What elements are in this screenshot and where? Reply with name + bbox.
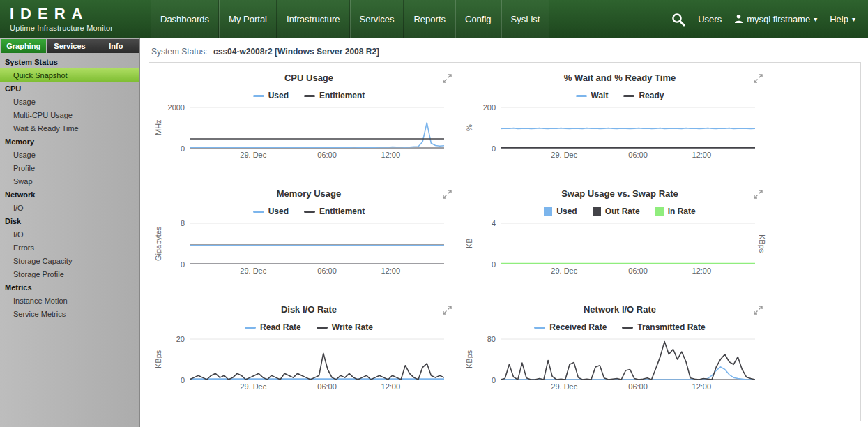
y-tick-label: 200 — [483, 103, 496, 112]
network-io-plot[interactable] — [501, 338, 755, 380]
chart-legend: Read RateWrite Rate — [153, 322, 464, 333]
sidebar-item-errors[interactable]: Errors — [0, 241, 139, 254]
legend-label: Used — [268, 91, 289, 100]
right-y-axis-title: KBps — [757, 223, 767, 264]
legend-item-ready[interactable]: Ready — [623, 91, 664, 100]
nav-item-reports[interactable]: Reports — [404, 0, 455, 38]
sidebar-item-storage-profile[interactable]: Storage Profile — [0, 267, 139, 280]
sidebar-item-swap[interactable]: Swap — [0, 174, 139, 188]
sidebar-item-usage[interactable]: Usage — [0, 148, 139, 161]
plot-block: MHz 2000 0 29. Dec06:0012:00 — [153, 107, 464, 160]
legend-item-in-rate[interactable]: In Rate — [655, 207, 696, 216]
chart-legend: UsedOut RateIn Rate — [464, 206, 775, 217]
expand-icon[interactable] — [754, 306, 763, 315]
legend-item-used[interactable]: Used — [544, 207, 577, 216]
sidebar-item-profile[interactable]: Profile — [0, 161, 139, 174]
legend-label: Wait — [591, 91, 609, 100]
legend-item-used[interactable]: Used — [253, 91, 289, 100]
tab-services[interactable]: Services — [47, 39, 92, 53]
x-tick-label: 29. Dec — [551, 151, 577, 159]
swap-usage-plot[interactable] — [501, 223, 755, 264]
x-tick-label: 06:00 — [317, 151, 337, 159]
content: GraphingServicesInfo System StatusQuick … — [0, 38, 868, 427]
disk-io-plot[interactable] — [190, 338, 444, 380]
user-name: mysql firstname — [747, 14, 810, 24]
legend-label: Received Rate — [549, 322, 607, 332]
y-tick-label: 8 — [181, 219, 185, 227]
legend-item-wait[interactable]: Wait — [576, 91, 609, 100]
legend-item-out-rate[interactable]: Out Rate — [593, 207, 640, 216]
chart-legend: WaitReady — [464, 90, 775, 101]
sidebar-item-wait-ready-time[interactable]: Wait & Ready Time — [0, 121, 139, 135]
legend-item-read-rate[interactable]: Read Rate — [245, 322, 301, 332]
chart-title: Network I/O Rate — [464, 304, 775, 315]
plot-column: 29. Dec06:0012:00 — [501, 223, 755, 276]
legend-marker — [576, 95, 587, 97]
sidebar-item-i-o[interactable]: I/O — [0, 227, 139, 241]
wait-ready-plot[interactable] — [501, 107, 755, 149]
legend-item-entitlement[interactable]: Entitlement — [304, 207, 365, 216]
x-axis: 29. Dec06:0012:00 — [501, 380, 755, 391]
legend-item-write-rate[interactable]: Write Rate — [317, 322, 373, 332]
sidebar-tabs: GraphingServicesInfo — [0, 38, 139, 53]
expand-icon[interactable] — [754, 74, 763, 83]
legend-item-transmitted-rate[interactable]: Transmitted Rate — [622, 322, 705, 332]
y-axis-title: KBps — [464, 338, 474, 380]
x-axis: 29. Dec06:0012:00 — [501, 264, 755, 276]
legend-item-used[interactable]: Used — [253, 207, 289, 216]
sidebar-header-system-status: System Status — [0, 55, 139, 68]
legend-item-received-rate[interactable]: Received Rate — [534, 322, 607, 332]
x-tick-label: 12:00 — [692, 267, 712, 275]
user-menu[interactable]: mysql firstname ▾ — [734, 14, 817, 25]
legend-label: Entitlement — [319, 91, 365, 100]
y-tick-label: 20 — [176, 335, 185, 343]
expand-icon[interactable] — [443, 306, 452, 315]
main-area: System Status: css04-w2008r2 [Windows Se… — [140, 38, 868, 427]
tab-graphing[interactable]: Graphing — [1, 39, 46, 53]
legend-marker — [623, 95, 634, 97]
help-menu[interactable]: Help ▾ — [830, 14, 855, 24]
sidebar-item-storage-capacity[interactable]: Storage Capacity — [0, 254, 139, 267]
x-tick-label: 29. Dec — [240, 267, 266, 275]
plot-block: KB 4 0 29. Dec06:0012:00 KBps — [464, 223, 775, 276]
y-axis-title: KB — [464, 223, 474, 264]
sidebar-item-i-o[interactable]: I/O — [0, 201, 139, 214]
logo[interactable]: IDERA Uptime Infrastructure Monitor — [0, 0, 151, 38]
legend-label: Used — [556, 207, 577, 216]
main-nav: DashboardsMy PortalInfrastructureService… — [151, 0, 549, 38]
expand-icon[interactable] — [443, 74, 452, 83]
cpu-usage-plot[interactable] — [190, 107, 444, 149]
x-axis: 29. Dec06:0012:00 — [190, 264, 444, 276]
memory-usage-plot[interactable] — [190, 223, 444, 264]
expand-icon[interactable] — [754, 190, 763, 199]
sidebar-item-multi-cpu-usage[interactable]: Multi-CPU Usage — [0, 108, 139, 121]
nav-item-config[interactable]: Config — [455, 0, 501, 38]
legend-item-entitlement[interactable]: Entitlement — [304, 91, 365, 100]
nav-item-dashboards[interactable]: Dashboards — [151, 0, 219, 38]
x-tick-label: 29. Dec — [551, 267, 577, 275]
tab-info[interactable]: Info — [93, 39, 139, 53]
users-link[interactable]: Users — [698, 14, 722, 24]
y-axis: 4 0 — [474, 223, 501, 264]
chart-title: Memory Usage — [153, 188, 464, 199]
sidebar-item-service-metrics[interactable]: Service Metrics — [0, 307, 139, 320]
sidebar-item-quick-snapshot[interactable]: Quick Snapshot — [0, 68, 139, 82]
chart-swap-usage-rate: Swap Usage vs. Swap Rate UsedOut RateIn … — [464, 184, 775, 300]
search-icon[interactable] — [671, 12, 685, 27]
sidebar-item-usage[interactable]: Usage — [0, 95, 139, 108]
x-tick-label: 12:00 — [381, 267, 401, 275]
x-tick-label: 12:00 — [381, 151, 401, 159]
plot-block: Gigabytes 8 0 29. Dec06:0012:00 — [153, 223, 464, 276]
legend-label: Entitlement — [319, 207, 365, 216]
x-axis: 29. Dec06:0012:00 — [190, 380, 444, 391]
nav-item-infrastructure[interactable]: Infrastructure — [277, 0, 350, 38]
nav-item-my-portal[interactable]: My Portal — [219, 0, 277, 38]
charts-panel: CPU Usage UsedEntitlement MHz 2000 0 — [149, 62, 861, 421]
sidebar-item-instance-motion[interactable]: Instance Motion — [0, 294, 139, 307]
nav-item-services[interactable]: Services — [350, 0, 404, 38]
charts-grid: CPU Usage UsedEntitlement MHz 2000 0 — [153, 68, 856, 416]
expand-icon[interactable] — [443, 190, 452, 199]
legend-marker — [245, 327, 256, 329]
sidebar-header-metrics: Metrics — [0, 280, 139, 294]
nav-item-syslist[interactable]: SysList — [501, 0, 550, 38]
